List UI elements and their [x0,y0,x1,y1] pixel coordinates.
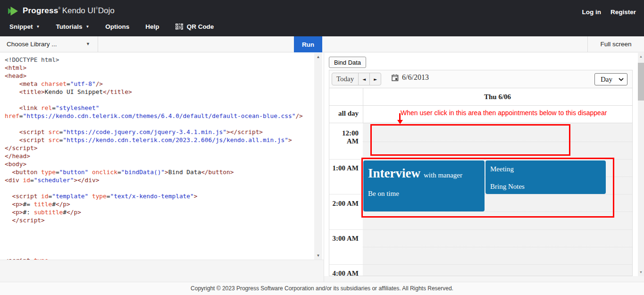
editor-scrollbar[interactable]: ▲ ▼ [314,53,322,260]
code-line [5,96,303,104]
bind-data-button[interactable]: Bind Data [329,57,366,68]
brand-name: Progress® [23,6,61,16]
scroll-up-icon[interactable]: ▲ [314,55,322,59]
scheduler-nav-group: Today ◄ ► [332,73,381,85]
chevron-down-icon: ▼ [86,36,90,52]
nav-snippet[interactable]: Snippet▼ [9,23,40,30]
code-content[interactable]: <!DOCTYPE html><html><head> <meta charse… [5,56,303,260]
auth-links: Log in Register [582,8,636,16]
chevron-down-icon: ▼ [36,25,40,29]
code-line: <link rel="stylesheet" [5,104,303,112]
scroll-up-icon[interactable]: ▲ [638,55,644,58]
scrollbar-thumb[interactable] [638,63,644,101]
code-line: <script src="https://kendo.cdn.telerik.c… [5,136,303,144]
day-header-label: Thu 6/06 [363,88,632,106]
progress-kendo-logo[interactable]: Progress® Kendo UI®Dojo [8,6,115,16]
time-label: 3:00 AM [329,235,359,243]
result-pane: Bind Data Today ◄ ► [324,53,644,282]
copyright-footer: Copyright © 2023 Progress Software Corpo… [0,282,644,295]
day-header-row: Thu 6/06 [329,88,632,106]
code-line: <button type="button" onclick="bindData(… [5,168,303,176]
chevron-down-icon: ▼ [85,25,89,29]
registered-mark: ® [96,7,98,10]
today-button[interactable]: Today [332,73,358,85]
code-line: </script> [5,144,303,152]
hour-line [329,229,632,230]
code-line [5,232,303,240]
registered-mark: ® [58,7,60,10]
editor-footer-area [0,260,324,282]
code-line [5,248,303,256]
code-line: <meta charset="utf-8"/> [5,80,303,88]
code-line: <div id="scheduler"></div> [5,176,303,184]
result-scrollbar[interactable]: ▲ ▼ [638,53,644,276]
time-label: 12:00 AM [329,129,359,145]
all-day-label: all day [329,110,359,118]
current-date[interactable]: 6/6/2013 [392,73,429,82]
code-line [5,120,303,128]
view-select[interactable]: Day [594,73,627,85]
calendar-icon [392,74,399,81]
prev-day-button[interactable]: ◄ [358,73,369,85]
progress-logo-icon [8,7,23,16]
time-label: 2:00 AM [329,200,359,208]
code-line: </script> [5,216,303,224]
register-link[interactable]: Register [611,8,636,16]
code-editor[interactable]: <!DOCTYPE html><html><head> <meta charse… [0,53,324,260]
top-bar: Progress® Kendo UI®Dojo Log in Register … [0,0,644,36]
code-line: <body> [5,160,303,168]
code-line: <title>Kendo UI Snippet</title> [5,88,303,96]
select-chevron-icon [619,78,624,81]
scheduler-toolbar: Today ◄ ► 6/6/2013 [329,70,632,88]
log-in-link[interactable]: Log in [582,8,601,16]
nav-help[interactable]: Help [145,23,159,30]
qr-code-icon [176,23,183,30]
choose-library-dropdown[interactable]: Choose Library ... ▼ [0,36,98,52]
code-line: <head> [5,72,303,80]
kendo-dojo-page: Progress® Kendo UI®Dojo Log in Register … [0,0,644,295]
code-line: <p>#= title#</p> [5,200,303,208]
nav-qr-code[interactable]: QR Code [176,23,214,30]
time-label: 1:00 AM [329,164,359,172]
scroll-down-icon[interactable]: ▼ [314,253,322,258]
product-name: Kendo UI®Dojo [62,6,115,16]
scheduler-widget: Today ◄ ► 6/6/2013 [329,70,633,276]
nav-options[interactable]: Options [105,23,129,30]
nav-tutorials[interactable]: Tutorials▼ [56,23,89,30]
code-line [5,240,303,248]
code-line: <!DOCTYPE html> [5,56,303,64]
annotation-rectangle-empty-slot [370,124,570,156]
date-label: 6/6/2013 [402,73,429,82]
annotation-arrow-head [397,120,403,124]
code-line: <p>#: subtitle#</p> [5,208,303,216]
time-label: 4:00 AM [329,270,359,276]
hour-line [329,264,632,265]
full-screen-button[interactable]: Full screen [587,36,644,52]
code-line: <script src="https://code.jquery.com/jqu… [5,128,303,136]
code-line: </head> [5,152,303,160]
run-toolbar: Choose Library ... ▼ Run Full screen [0,36,644,52]
code-line: href="https://kendo.cdn.telerik.com/them… [5,112,303,120]
code-line [5,224,303,232]
main-nav: Snippet▼ Tutorials▼ Options Help QR [9,23,214,30]
code-line: <script id="template" type="text/x-kendo… [5,192,303,200]
code-line: <script type [5,256,303,260]
code-line [5,184,303,192]
code-line: <html> [5,64,303,72]
annotation-text: When user click in this area then appoin… [401,109,607,117]
run-button[interactable]: Run [294,36,322,52]
half-hour-line [363,247,632,247]
next-day-button[interactable]: ► [369,73,381,85]
result-footer-area [324,276,644,282]
annotation-rectangle-appointments [361,158,614,218]
scroll-down-icon[interactable]: ▼ [638,270,644,274]
